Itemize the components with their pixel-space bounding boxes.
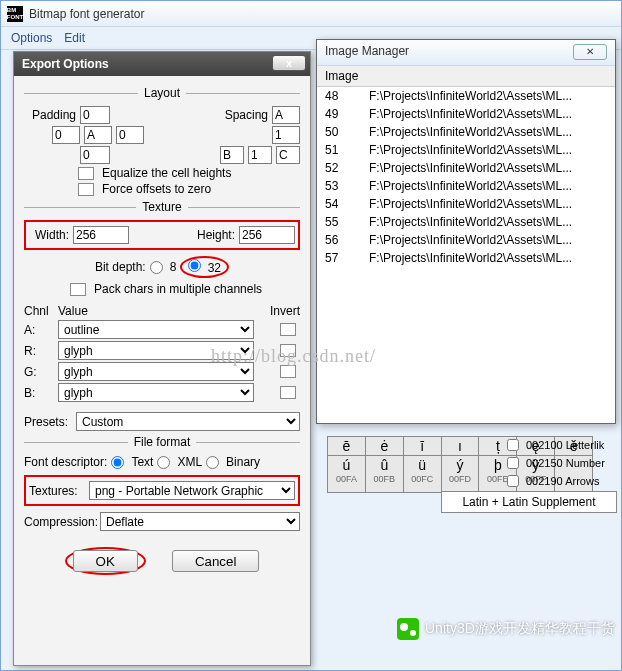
packchars-label: Pack chars in multiple channels [94,282,262,296]
image-manager-titlebar[interactable]: Image Manager ✕ [317,40,615,66]
menu-options[interactable]: Options [11,31,52,45]
image-row[interactable]: 50F:\Projects\InfiniteWorld2\Assets\ML..… [317,123,615,141]
cancel-button[interactable]: Cancel [172,550,260,572]
image-row[interactable]: 49F:\Projects\InfiniteWorld2\Assets\ML..… [317,105,615,123]
image-row[interactable]: 55F:\Projects\InfiniteWorld2\Assets\ML..… [317,213,615,231]
image-id: 57 [325,251,369,265]
image-list-header[interactable]: Image [317,66,615,87]
image-path: F:\Projects\InfiniteWorld2\Assets\ML... [369,143,572,157]
titlebar[interactable]: BMFONT Bitmap font generator [1,1,621,27]
height-input[interactable] [239,226,295,244]
b-invert-checkbox[interactable] [280,386,296,399]
char-cell[interactable]: ý00FD [442,455,480,493]
a-channel-select[interactable]: outline [58,320,254,339]
ok-button[interactable]: OK [73,550,138,572]
bitdepth-label: Bit depth: [95,260,146,274]
image-row[interactable]: 56F:\Projects\InfiniteWorld2\Assets\ML..… [317,231,615,249]
chnl-header: Chnl [24,304,54,318]
textures-label: Textures: [29,484,85,498]
image-path: F:\Projects\InfiniteWorld2\Assets\ML... [369,197,572,211]
width-input[interactable] [73,226,129,244]
char-cell[interactable]: ú00FA [327,455,366,493]
range-checkbox[interactable] [507,475,519,487]
presets-label: Presets: [24,415,72,429]
char-cell[interactable]: ü00FC [404,455,442,493]
spacing-c-input[interactable] [276,146,300,164]
padding-a-input[interactable] [84,126,112,144]
image-path: F:\Projects\InfiniteWorld2\Assets\ML... [369,161,572,175]
image-id: 56 [325,233,369,247]
bitdepth-32-radio[interactable] [188,259,201,272]
padding-bottom-input[interactable] [80,146,110,164]
bitdepth-32-label: 32 [208,261,221,275]
spacing-1b-input[interactable] [248,146,272,164]
supplement-title: Latin + Latin Supplement [441,491,617,513]
fd-binary-label: Binary [226,455,260,469]
forcezero-label: Force offsets to zero [102,182,211,196]
textures-select[interactable]: png - Portable Network Graphic [89,481,295,500]
wechat-tag: Unity3D游戏开发精华教程干货 [397,618,615,640]
char-cell[interactable]: û00FB [366,455,404,493]
equalize-label: Equalize the cell heights [102,166,231,180]
r-invert-checkbox[interactable] [280,344,296,357]
presets-select[interactable]: Custom [76,412,300,431]
spacing-b-input[interactable] [220,146,244,164]
wechat-icon [397,618,419,640]
range-checkbox[interactable] [507,457,519,469]
padding-left-input[interactable] [52,126,80,144]
image-id: 54 [325,197,369,211]
image-manager-title: Image Manager [325,44,409,58]
fd-text-radio[interactable] [111,456,124,469]
image-list[interactable]: 48F:\Projects\InfiniteWorld2\Assets\ML..… [317,87,615,422]
image-path: F:\Projects\InfiniteWorld2\Assets\ML... [369,125,572,139]
range-item[interactable]: 002190 Arrows [503,472,619,490]
compression-select[interactable]: Deflate [100,512,300,531]
g-label: G: [24,365,54,379]
compression-label: Compression: [24,515,96,529]
texture-size-highlight: Width: Height: [24,220,300,250]
dialog-titlebar[interactable]: Export Options x [14,52,310,76]
range-item[interactable]: 002100 Letterlik [503,436,619,454]
g-invert-checkbox[interactable] [280,365,296,378]
invert-header: Invert [270,304,300,318]
image-row[interactable]: 52F:\Projects\InfiniteWorld2\Assets\ML..… [317,159,615,177]
image-path: F:\Projects\InfiniteWorld2\Assets\ML... [369,179,572,193]
spacing-a-input[interactable] [272,106,300,124]
packchars-checkbox[interactable] [70,283,86,296]
image-manager-close-icon[interactable]: ✕ [573,44,607,60]
fd-text-label: Text [131,455,153,469]
spacing-1-input[interactable] [272,126,300,144]
app-icon: BMFONT [7,6,23,22]
image-id: 50 [325,125,369,139]
image-row[interactable]: 54F:\Projects\InfiniteWorld2\Assets\ML..… [317,195,615,213]
fd-binary-radio[interactable] [206,456,219,469]
a-invert-checkbox[interactable] [280,323,296,336]
bitdepth-8-label: 8 [170,260,177,274]
range-checkbox[interactable] [507,439,519,451]
image-path: F:\Projects\InfiniteWorld2\Assets\ML... [369,233,572,247]
image-row[interactable]: 57F:\Projects\InfiniteWorld2\Assets\ML..… [317,249,615,267]
b-channel-select[interactable]: glyph [58,383,254,402]
fd-xml-radio[interactable] [157,456,170,469]
close-icon[interactable]: x [272,55,306,71]
image-manager-window: Image Manager ✕ Image 48F:\Projects\Infi… [316,39,616,424]
menu-edit[interactable]: Edit [64,31,85,45]
range-list: 002100 Letterlik 002150 Number 002190 Ar… [503,436,619,490]
forcezero-checkbox[interactable] [78,183,94,196]
image-path: F:\Projects\InfiniteWorld2\Assets\ML... [369,107,572,121]
equalize-checkbox[interactable] [78,167,94,180]
image-id: 53 [325,179,369,193]
bitdepth-8-radio[interactable] [150,261,163,274]
export-dialog: Export Options x Layout Padding Spacing [13,51,311,666]
image-path: F:\Projects\InfiniteWorld2\Assets\ML... [369,215,572,229]
r-channel-select[interactable]: glyph [58,341,254,360]
padding-top-input[interactable] [80,106,110,124]
g-channel-select[interactable]: glyph [58,362,254,381]
range-item[interactable]: 002150 Number [503,454,619,472]
image-row[interactable]: 53F:\Projects\InfiniteWorld2\Assets\ML..… [317,177,615,195]
padding-right-input[interactable] [116,126,144,144]
fd-xml-label: XML [177,455,202,469]
app-window: BMFONT Bitmap font generator Options Edi… [0,0,622,671]
image-row[interactable]: 48F:\Projects\InfiniteWorld2\Assets\ML..… [317,87,615,105]
image-row[interactable]: 51F:\Projects\InfiniteWorld2\Assets\ML..… [317,141,615,159]
